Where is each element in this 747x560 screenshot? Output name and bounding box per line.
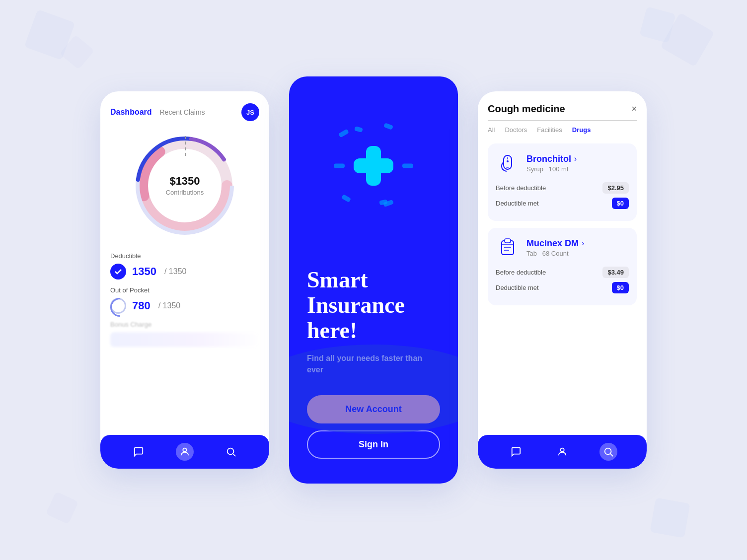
tab-dashboard[interactable]: Dashboard xyxy=(110,108,152,117)
mucinex-card: Mucinex DM › Tab 68 Count Before deducti… xyxy=(488,228,637,305)
ray-2 xyxy=(383,123,393,130)
donut-center: $1350 Contributions xyxy=(166,175,204,197)
bronchitol-name[interactable]: Bronchitol xyxy=(526,154,571,164)
medicine-bottom-nav xyxy=(478,435,647,469)
mucinex-met-price: $0 xyxy=(612,282,629,293)
svg-point-6 xyxy=(183,448,186,452)
deductible-check-icon xyxy=(110,264,126,280)
medicine-title: Cough medicine xyxy=(488,103,565,115)
bonus-charge-label: Bonus Charge xyxy=(110,321,259,328)
bronchitol-before-label: Before deductible xyxy=(496,184,546,192)
profile-nav-icon[interactable] xyxy=(176,443,194,461)
contributions-chart: $1350 Contributions xyxy=(110,131,259,240)
insurance-wave xyxy=(289,345,458,434)
bronchitol-name-row: Bronchitol › xyxy=(526,154,577,164)
mucinex-info: Mucinex DM › Tab 68 Count xyxy=(526,238,584,258)
bronchitol-icon xyxy=(496,151,520,175)
ray-5 xyxy=(341,194,351,203)
contributions-label: Contributions xyxy=(166,189,204,196)
mucinex-met-label: Deductible met xyxy=(496,284,539,291)
bronchitol-chevron-icon: › xyxy=(574,154,577,163)
contributions-amount: $1350 xyxy=(166,175,204,188)
tab-recent-claims[interactable]: Recent Claims xyxy=(160,108,205,116)
svg-point-19 xyxy=(560,448,564,452)
out-of-pocket-max: / 1350 xyxy=(158,301,180,310)
mucinex-before-price: $3.49 xyxy=(602,267,629,278)
bronchitol-detail: Syrup 100 ml xyxy=(526,165,568,173)
medicine-phone: Cough medicine × All Doctors Facilities … xyxy=(478,91,647,469)
bronchitol-before-deductible-row: Before deductible $2.95 xyxy=(496,182,629,194)
plus-icon-wrap xyxy=(324,116,423,215)
ray-1 xyxy=(338,129,349,138)
mucinex-deductible-met-row: Deductible met $0 xyxy=(496,282,629,293)
filter-tabs: All Doctors Facilities Drugs xyxy=(488,126,637,134)
filter-tab-all[interactable]: All xyxy=(488,126,495,134)
deductible-value: 1350 xyxy=(132,265,156,278)
insurance-phone: Smart Insurance here! Find all your need… xyxy=(289,76,458,484)
dashboard-header: Dashboard Recent Claims JS xyxy=(110,103,259,121)
bronchitol-card: Bronchitol › Syrup 100 ml Before deducti… xyxy=(488,143,637,221)
out-of-pocket-label: Out of Pocket xyxy=(110,286,259,294)
dashboard-tabs: Dashboard Recent Claims xyxy=(110,108,205,117)
svg-line-21 xyxy=(610,454,613,456)
plus-svg xyxy=(349,141,398,191)
dashboard-phone: Dashboard Recent Claims JS xyxy=(100,91,269,469)
mucinex-icon xyxy=(496,236,520,260)
filter-tab-facilities[interactable]: Facilities xyxy=(537,126,562,134)
mucinex-detail: Tab 68 Count xyxy=(526,250,569,257)
mucinex-name[interactable]: Mucinex DM xyxy=(526,238,579,249)
mucinex-before-label: Before deductible xyxy=(496,269,546,276)
bronchitol-met-price: $0 xyxy=(612,198,629,209)
chat-nav-icon[interactable] xyxy=(130,443,148,461)
out-of-pocket-section: Out of Pocket 780 / 1350 xyxy=(110,286,259,314)
filter-tab-doctors[interactable]: Doctors xyxy=(505,126,527,134)
mucinex-before-deductible-row: Before deductible $3.49 xyxy=(496,267,629,278)
svg-rect-18 xyxy=(505,239,511,243)
deductible-section: Deductible 1350 / 1350 xyxy=(110,252,259,280)
mucinex-header: Mucinex DM › Tab 68 Count xyxy=(496,236,629,260)
bronchitol-deductible-met-row: Deductible met $0 xyxy=(496,198,629,209)
close-icon[interactable]: × xyxy=(631,104,637,114)
search-nav-icon[interactable] xyxy=(222,443,240,461)
medicine-search-icon[interactable] xyxy=(599,443,617,461)
out-of-pocket-value: 780 xyxy=(132,299,150,312)
ray-3 xyxy=(334,164,345,168)
mucinex-chevron-icon: › xyxy=(582,239,584,248)
ray-7 xyxy=(354,126,363,133)
deductible-max: / 1350 xyxy=(164,267,186,276)
bronchitol-met-label: Deductible met xyxy=(496,200,539,207)
bronchitol-info: Bronchitol › Syrup 100 ml xyxy=(526,154,577,173)
svg-point-12 xyxy=(507,160,509,162)
medicine-chat-icon[interactable] xyxy=(507,443,525,461)
svg-line-8 xyxy=(233,454,235,456)
insurance-hero xyxy=(289,76,458,255)
svg-point-7 xyxy=(227,448,234,455)
sign-in-button[interactable]: Sign In xyxy=(307,430,440,459)
ray-4 xyxy=(402,164,413,168)
bronchitol-header: Bronchitol › Syrup 100 ml xyxy=(496,151,629,175)
insurance-title: Smart Insurance here! xyxy=(307,268,440,343)
medicine-profile-icon[interactable] xyxy=(553,443,571,461)
bonus-charge-bar xyxy=(110,332,259,347)
svg-rect-10 xyxy=(354,158,393,173)
dashboard-bottom-nav xyxy=(100,435,269,469)
filter-tab-drugs[interactable]: Drugs xyxy=(572,126,591,134)
deductible-row: 1350 / 1350 xyxy=(110,264,259,280)
bronchitol-before-price: $2.95 xyxy=(602,182,629,194)
svg-point-20 xyxy=(605,448,611,455)
out-of-pocket-row: 780 / 1350 xyxy=(110,298,259,314)
avatar[interactable]: JS xyxy=(241,103,259,121)
medicine-header: Cough medicine × xyxy=(488,103,637,121)
out-of-pocket-progress-icon xyxy=(110,298,126,314)
dashed-line xyxy=(185,136,186,156)
deductible-label: Deductible xyxy=(110,252,259,260)
mucinex-name-row: Mucinex DM › xyxy=(526,238,584,249)
